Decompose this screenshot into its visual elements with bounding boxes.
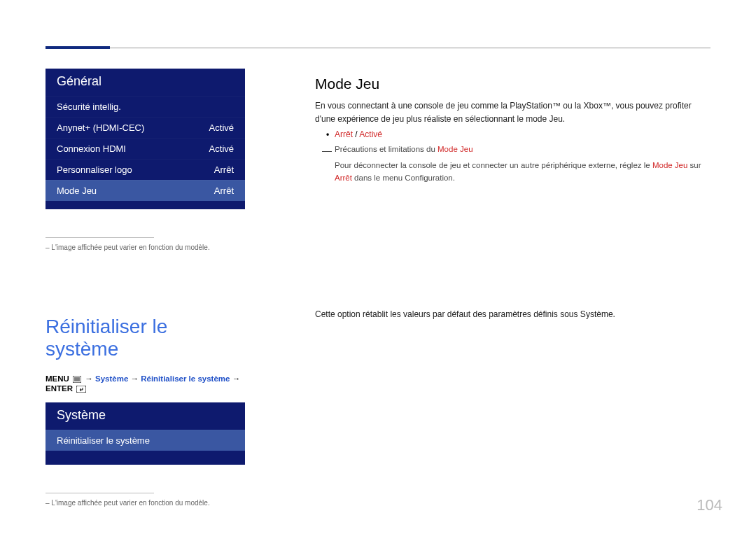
breadcrumb-reinitialiser: Réinitialiser le système — [141, 374, 230, 383]
menu-general-title: Général — [46, 69, 245, 96]
header-accent-bar — [46, 46, 110, 49]
divider — [46, 493, 154, 493]
mode-jeu-note-title: ― Précautions et limitations du Mode Jeu — [315, 143, 710, 155]
menu-row-label: Personnaliser logo — [57, 164, 132, 175]
option-active: Activé — [359, 129, 382, 139]
menu-row-value: Arrêt — [214, 185, 234, 196]
image-disclaimer: – L'image affichée peut varier en foncti… — [46, 499, 245, 507]
menu-systeme: Système Réinitialiser le système — [46, 402, 245, 465]
menu-row-value: Activé — [209, 122, 234, 133]
menu-row-label: Réinitialiser le système — [57, 435, 150, 446]
menu-row-value: Arrêt — [214, 164, 234, 175]
menu-breadcrumb: MENU → Système → Réinitialiser le systèm… — [46, 374, 245, 394]
menu-general: Général Sécurité intellig. Anynet+ (HDMI… — [46, 69, 245, 209]
breadcrumb-arrow: → — [232, 374, 241, 383]
right-heading-mode-jeu: Mode Jeu — [315, 76, 710, 92]
page-number: 104 — [696, 496, 722, 514]
mode-jeu-options: Arrêt / Activé — [315, 129, 710, 139]
divider — [46, 237, 154, 238]
breadcrumb-systeme: Système — [95, 374, 128, 383]
right-column: Mode Jeu En vous connectant à une consol… — [315, 76, 710, 184]
mode-jeu-intro: En vous connectant à une console de jeu … — [315, 99, 710, 125]
menu-row-label: Anynet+ (HDMI-CEC) — [57, 122, 144, 133]
menu-icon — [73, 376, 81, 384]
image-disclaimer: – L'image affichée peut varier en foncti… — [46, 244, 245, 251]
enter-icon — [76, 386, 86, 394]
menu-row-label: Connexion HDMI — [57, 143, 126, 154]
menu-systeme-title: Système — [46, 402, 245, 430]
dash-icon: ― — [322, 143, 332, 158]
reinitialiser-description: Cette option rétablit les valeurs par dé… — [315, 308, 710, 321]
note-body-modejeu: Mode Jeu — [652, 161, 688, 169]
menu-row-value: Activé — [209, 143, 234, 154]
menu-row-mode-jeu[interactable]: Mode Jeu Arrêt — [46, 180, 245, 201]
menu-row-connexion-hdmi[interactable]: Connexion HDMI Activé — [46, 138, 245, 159]
svg-rect-4 — [76, 386, 86, 393]
option-arret: Arrêt — [335, 129, 353, 139]
note-body-mid: sur — [687, 161, 701, 169]
note-body-post: dans le menu Configuration. — [352, 174, 455, 182]
menu-row-reinitialiser[interactable]: Réinitialiser le système — [46, 430, 245, 451]
note-title-red: Mode Jeu — [438, 145, 473, 153]
mode-jeu-note-body: Pour déconnecter la console de jeu et co… — [315, 160, 710, 184]
option-separator: / — [353, 129, 359, 139]
breadcrumb-enter: ENTER — [46, 384, 73, 393]
menu-row-personnaliser-logo[interactable]: Personnaliser logo Arrêt — [46, 159, 245, 180]
note-title-text: Précautions et limitations du — [335, 145, 438, 153]
menu-row-securite[interactable]: Sécurité intellig. — [46, 96, 245, 117]
menu-row-label: Sécurité intellig. — [57, 101, 121, 112]
note-body-arret: Arrêt — [335, 174, 352, 182]
header-rule — [46, 48, 710, 48]
right-column-lower: Cette option rétablit les valeurs par dé… — [315, 308, 710, 321]
menu-row-anynet[interactable]: Anynet+ (HDMI-CEC) Activé — [46, 117, 245, 138]
menu-row-label: Mode Jeu — [57, 185, 97, 196]
breadcrumb-arrow: → — [85, 374, 93, 383]
breadcrumb-arrow: → — [131, 374, 139, 383]
left-column: Général Sécurité intellig. Anynet+ (HDMI… — [46, 69, 245, 507]
section-heading-reinitialiser: Réinitialiser le système — [46, 316, 245, 360]
breadcrumb-menu: MENU — [46, 374, 69, 383]
note-body-pre: Pour déconnecter la console de jeu et co… — [335, 161, 652, 169]
